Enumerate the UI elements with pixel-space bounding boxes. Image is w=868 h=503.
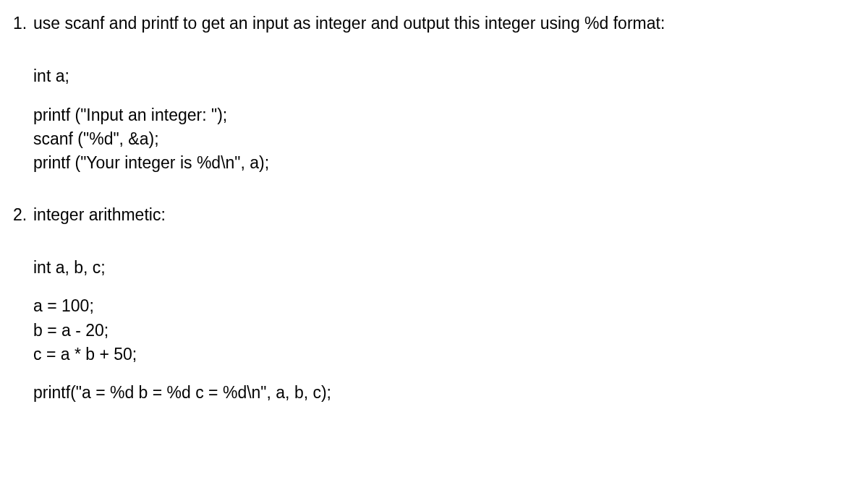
list-item-1: 1. use scanf and printf to get an input … [13, 12, 855, 50]
list-number-1: 1. [13, 12, 33, 50]
code-line: b = a - 20; [33, 319, 855, 343]
code-para-1b: printf ("Input an integer: "); scanf ("%… [33, 103, 855, 176]
code-line: printf ("Input an integer: "); [33, 103, 855, 127]
code-line: int a, b, c; [33, 256, 855, 280]
code-para-2a: int a, b, c; [33, 256, 855, 280]
code-line: scanf ("%d", &a); [33, 127, 855, 151]
code-line: printf ("Your integer is %d\n", a); [33, 151, 855, 175]
code-block-1: int a; printf ("Input an integer: "); sc… [13, 64, 855, 175]
code-para-2b: a = 100; b = a - 20; c = a * b + 50; [33, 294, 855, 366]
list-content-1: use scanf and printf to get an input as … [33, 12, 855, 50]
code-line: printf("a = %d b = %d c = %d\n", a, b, c… [33, 381, 855, 405]
list-item-2: 2. integer arithmetic: [13, 203, 855, 241]
code-block-2: int a, b, c; a = 100; b = a - 20; c = a … [13, 256, 855, 405]
item2-title: integer arithmetic: [33, 203, 855, 227]
code-para-1a: int a; [33, 64, 855, 88]
code-line: c = a * b + 50; [33, 343, 855, 366]
code-line: a = 100; [33, 294, 855, 318]
code-para-2c: printf("a = %d b = %d c = %d\n", a, b, c… [33, 381, 855, 405]
list-number-2: 2. [13, 203, 33, 241]
code-line: int a; [33, 64, 855, 88]
item1-title: use scanf and printf to get an input as … [33, 12, 855, 35]
list-content-2: integer arithmetic: [33, 203, 855, 241]
